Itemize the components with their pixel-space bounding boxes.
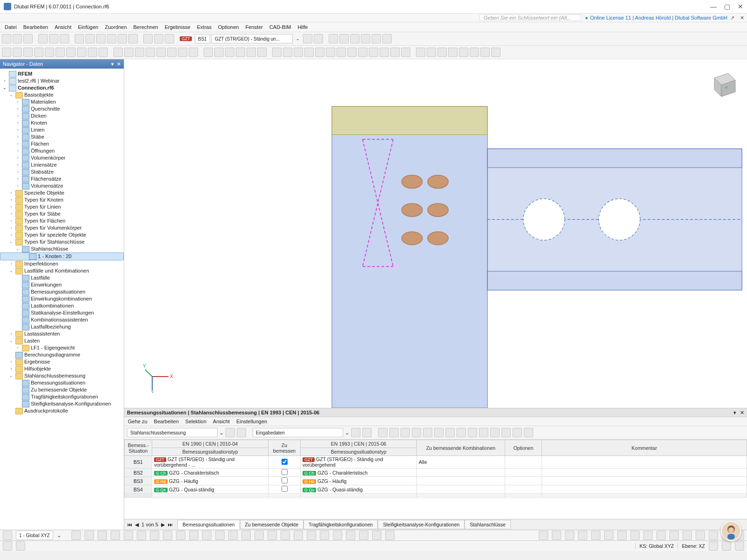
sb-r5-icon[interactable] [591, 531, 600, 540]
sb-20-icon[interactable] [307, 531, 316, 540]
menu-einfuegen[interactable]: Einfügen [78, 24, 98, 30]
tree-node[interactable]: Lastfallbeziehung [0, 323, 124, 330]
menu-zuordnen[interactable]: Zuordnen [105, 24, 127, 30]
sb-r12-icon[interactable] [683, 531, 692, 540]
bp-t1-icon[interactable] [378, 428, 388, 437]
tab-steifigkeit[interactable]: Steifigkeitsanalyse-Konfigurationen [378, 520, 465, 529]
tb2-29-icon[interactable] [315, 48, 324, 57]
tree-node[interactable]: ⌄Stahlanschlüsse [0, 245, 124, 252]
sb2-cam-icon[interactable] [16, 541, 25, 551]
menu-berechnen[interactable]: Berechnen [134, 24, 158, 30]
bp-next1-icon[interactable] [237, 428, 246, 437]
tb2-11-icon[interactable] [113, 48, 123, 57]
tb2-24-icon[interactable] [257, 48, 267, 57]
bp-t10-icon[interactable] [479, 428, 488, 437]
bp-t12-icon[interactable] [501, 428, 511, 437]
tb-open-icon[interactable] [13, 34, 22, 43]
sb-r10-icon[interactable] [656, 531, 666, 540]
tb-view4-icon[interactable] [128, 34, 138, 43]
tree-node[interactable]: ⌄Connection.rf6 [0, 84, 124, 91]
tb-misc5-icon[interactable] [372, 34, 381, 43]
tb-results-icon[interactable] [154, 34, 163, 43]
sb-26-icon[interactable] [385, 531, 395, 540]
sb-r14-icon[interactable] [709, 531, 718, 540]
tree-node[interactable]: ›Typen für Stäbe [0, 210, 124, 217]
sb-19-icon[interactable] [294, 531, 303, 540]
tb2-44-icon[interactable] [480, 48, 490, 57]
tab-tragfaehigkeit[interactable]: Tragfähigkeitskonfigurationen [303, 520, 378, 529]
tree-node[interactable]: Lastfälle [0, 274, 124, 281]
tree-node[interactable]: ⌄Lastfälle und Kombinationen [0, 267, 124, 274]
sb-16-icon[interactable] [254, 531, 264, 540]
tab-bemessungssituationen[interactable]: Bemessungssituationen [177, 520, 240, 529]
tb2-19-icon[interactable] [204, 48, 213, 57]
tb2-17-icon[interactable] [178, 48, 187, 57]
loadcase-combo[interactable]: GZT (STR/GEO) - Ständig un... [211, 34, 293, 43]
sb-r3-icon[interactable] [565, 531, 574, 540]
tree-node[interactable]: ›Flächen [0, 140, 124, 147]
tb2-18-icon[interactable] [189, 48, 198, 57]
keyword-input[interactable]: Geben Sie ein Schlüsselwort ein (Alt... [479, 14, 581, 21]
sb-r7-icon[interactable] [617, 531, 627, 540]
sb-r1-icon[interactable] [539, 531, 548, 540]
sb-r8-icon[interactable] [630, 531, 640, 540]
tb2-34-icon[interactable] [369, 48, 378, 57]
mdi-restore-button[interactable]: ↗ [730, 15, 734, 21]
tb2-39-icon[interactable] [427, 48, 436, 57]
tb2-32-icon[interactable] [347, 48, 357, 57]
sb-23-icon[interactable] [346, 531, 355, 540]
tb-misc6-icon[interactable] [382, 34, 392, 43]
tb-calc-icon[interactable] [143, 34, 153, 43]
view-cube-icon[interactable]: -Y [705, 69, 738, 101]
tb2-4-icon[interactable] [34, 48, 43, 57]
tb2-13-icon[interactable] [135, 48, 144, 57]
tb2-28-icon[interactable] [304, 48, 314, 57]
menu-optionen[interactable]: Optionen [218, 24, 239, 30]
tb-view3-icon[interactable] [118, 34, 127, 43]
sb-9-icon[interactable] [163, 531, 172, 540]
bpm-selektion[interactable]: Selektion [185, 419, 206, 424]
bp-combo1[interactable]: Stahlanschlussbemessung [127, 428, 218, 437]
tb-chart-icon[interactable] [165, 34, 174, 43]
sb2-e3-icon[interactable] [735, 541, 744, 551]
tree-node[interactable]: Bemessungssituationen [0, 288, 124, 295]
tree-node[interactable]: ⌄Basisobjekte [0, 91, 124, 98]
nav-pin-icon[interactable]: ▾ [111, 61, 114, 67]
bs-combo[interactable]: BS1 [195, 34, 210, 43]
tree-node[interactable]: ›Lastassistenten [0, 330, 124, 337]
tb2-20-icon[interactable] [214, 48, 224, 57]
bp-t13-icon[interactable] [513, 428, 522, 437]
sb-12-icon[interactable] [202, 531, 211, 540]
bp-t6-icon[interactable] [434, 428, 444, 437]
tb2-21-icon[interactable] [225, 48, 234, 57]
tab-stahlanschluesse[interactable]: Stahlanschlüsse [465, 520, 510, 529]
tb2-27-icon[interactable] [294, 48, 303, 57]
tab-zubemessende[interactable]: Zu bemessende Objekte [240, 520, 303, 529]
license-label[interactable]: Online License 11 | Andreas Hörold | Dlu… [590, 15, 727, 21]
tb-undo-icon[interactable] [49, 34, 58, 43]
design-row-checkbox[interactable] [282, 486, 288, 492]
minimize-button[interactable]: — [710, 3, 717, 10]
sb-6-icon[interactable] [124, 531, 133, 540]
tb2-35-icon[interactable] [380, 48, 389, 57]
tree-node[interactable]: Ausdruckprotokolle [0, 407, 124, 414]
bp-t2-icon[interactable] [389, 428, 399, 437]
tree-node[interactable]: Berechnungsdiagramme [0, 351, 124, 358]
menu-cad-bim[interactable]: CAD-BIM [269, 24, 291, 30]
tb2-26-icon[interactable] [283, 48, 292, 57]
coord-combo[interactable]: 1 - Global XYZ [16, 531, 53, 540]
tree-node[interactable]: ›Öffnungen [0, 147, 124, 154]
tb2-15-icon[interactable] [156, 48, 166, 57]
tree-node[interactable]: ›test2.rf6 | Webinar [0, 77, 124, 84]
combo-chevron-icon[interactable]: ⌄ [296, 36, 300, 41]
tree-node[interactable]: Lastkombinationen [0, 302, 124, 309]
tree-node[interactable]: ›Stabsätze [0, 168, 124, 175]
chevron-down-icon[interactable]: ⌄ [345, 430, 349, 436]
tree-node[interactable]: ⌄Typen für Stahlanschlüsse [0, 238, 124, 245]
tb2-1-icon[interactable] [2, 48, 11, 57]
tb2-40-icon[interactable] [437, 48, 447, 57]
sb-r4-icon[interactable] [578, 531, 587, 540]
assistant-avatar-icon[interactable] [721, 521, 741, 541]
tree-node[interactable]: RFEM [0, 70, 124, 77]
sb-18-icon[interactable] [281, 531, 290, 540]
